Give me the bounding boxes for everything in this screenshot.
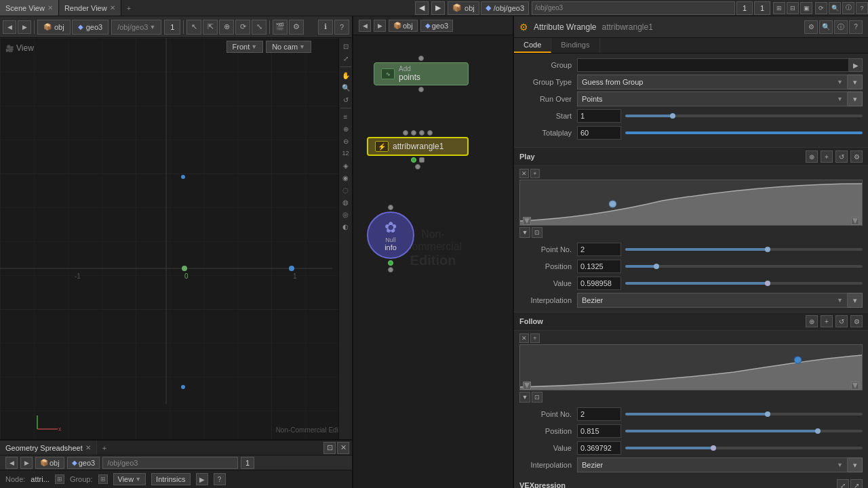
play-position-input[interactable]: 0.1325 <box>577 260 621 273</box>
geo3-path[interactable]: ◆ /obj/geo3 <box>481 1 529 15</box>
rt-btn9[interactable]: ◐ <box>340 221 351 232</box>
follow-point-slider[interactable] <box>625 413 863 415</box>
vp-geo3-btn[interactable]: ◆ geo3 <box>72 20 108 35</box>
curve2-lock-btn[interactable]: ⊡ <box>532 392 542 403</box>
rt-btn4[interactable]: ◈ <box>340 160 351 171</box>
rt-btn3[interactable]: ⊖ <box>340 136 351 146</box>
totalplay-input[interactable]: 60 <box>577 126 621 140</box>
nav-forward-btn[interactable]: ▶ <box>431 1 445 15</box>
bt-forward[interactable]: ▶ <box>20 457 33 469</box>
play-interp-dropdown-btn[interactable]: ▾ <box>848 293 863 308</box>
follow-point-input[interactable]: 2 <box>577 407 621 421</box>
curve2-left-handle[interactable] <box>523 382 531 390</box>
play-gear-btn[interactable]: ⚙ <box>850 150 863 163</box>
rt-fullscreen[interactable]: ⤢ <box>340 53 351 64</box>
vp-obj-btn[interactable]: 📦 obj <box>37 20 71 35</box>
play-curve-canvas[interactable] <box>519 180 863 226</box>
play-point-input[interactable]: 2 <box>577 243 621 256</box>
rt-rotate[interactable]: ↺ <box>340 94 351 105</box>
bottom-close-btn[interactable]: ✕ <box>337 442 349 454</box>
follow-add-btn2[interactable]: + <box>821 315 833 327</box>
number-badge[interactable]: 1 <box>736 1 753 15</box>
follow-curve-canvas[interactable] <box>519 344 863 390</box>
props-help-btn[interactable]: ? <box>849 20 863 34</box>
layout-btn1[interactable]: ⊞ <box>773 2 785 14</box>
tab-render-view[interactable]: Render View ✕ <box>59 0 121 16</box>
rt-zoom[interactable]: 🔍 <box>340 82 351 93</box>
vp-select2-btn[interactable]: ⇱ <box>203 20 218 35</box>
play-value-slider[interactable] <box>625 282 863 285</box>
curve1-expand-btn[interactable]: ▼ <box>519 227 530 238</box>
start-slider[interactable] <box>625 115 863 117</box>
follow-reset-btn[interactable]: ↺ <box>835 315 848 327</box>
follow-position-input[interactable]: 0.815 <box>577 424 621 438</box>
vex-arrow-btn[interactable]: ↗ <box>850 479 863 488</box>
curve2-right-handle[interactable] <box>851 382 859 390</box>
props-search-btn[interactable]: 🔍 <box>819 20 833 34</box>
start-input[interactable]: 1 <box>577 109 621 123</box>
help-btn[interactable]: ? <box>856 2 868 14</box>
vp-render-btn[interactable]: 🎬 <box>273 20 288 35</box>
follow-curve-minus[interactable]: ✕ <box>519 333 529 343</box>
play-value-input[interactable]: 0.598958 <box>577 277 621 290</box>
rt-btn2[interactable]: ⊕ <box>340 123 351 134</box>
geo-spreadsheet-tab[interactable]: Geometry Spreadsheet ✕ <box>0 441 97 455</box>
nocam-btn[interactable]: No cam ▼ <box>266 41 311 53</box>
run-over-select[interactable]: Points ▼ <box>577 92 848 106</box>
vp-rotate-btn[interactable]: ⟳ <box>235 20 250 35</box>
obj-path[interactable]: 📦 obj <box>448 1 479 15</box>
geo-spreadsheet-close[interactable]: ✕ <box>85 444 91 451</box>
node-null-box[interactable]: ✿ Null info <box>367 211 414 259</box>
node-add-points[interactable]: ∿ Add points <box>374 56 469 92</box>
vp-scale-btn[interactable]: ⤡ <box>252 20 267 35</box>
props-gear-btn[interactable]: ⚙ <box>804 20 818 34</box>
group-type-dropdown-btn[interactable]: ▾ <box>848 75 863 89</box>
tab-code[interactable]: Code <box>514 38 551 53</box>
curve1-lock-btn[interactable]: ⊡ <box>532 227 542 238</box>
follow-value-input[interactable]: 0.369792 <box>577 441 621 455</box>
play-interp-select[interactable]: Bezier ▼ <box>577 293 848 308</box>
rt-maximize[interactable]: ⊡ <box>340 41 351 52</box>
vp-move-btn[interactable]: ⊕ <box>219 20 234 35</box>
vp-path-input[interactable]: /obj/geo3 ▼ <box>111 20 161 35</box>
node-browse-btn[interactable]: ⊞ <box>55 474 64 484</box>
path-input[interactable]: /obj/geo3 <box>532 1 735 15</box>
play-btn[interactable]: ▶ <box>196 473 208 485</box>
bottom-tab-add[interactable]: + <box>97 441 112 455</box>
follow-curve-plus[interactable]: + <box>530 333 540 343</box>
totalplay-slider[interactable] <box>625 131 863 134</box>
props-info-btn[interactable]: ⓘ <box>834 20 848 34</box>
view-select[interactable]: View ▼ <box>113 473 146 485</box>
curve1-left-handle[interactable] <box>523 217 531 225</box>
bt-obj-path[interactable]: 📦 obj <box>35 457 64 469</box>
rt-btn5[interactable]: ◉ <box>340 172 351 183</box>
bt-path-box[interactable]: /obj/geo3 <box>102 457 238 469</box>
np-forward[interactable]: ▶ <box>374 20 386 32</box>
rt-btn6[interactable]: ◌ <box>340 184 351 195</box>
follow-position-slider[interactable] <box>625 430 863 432</box>
vp-info-btn[interactable]: ℹ <box>318 20 333 35</box>
curve1-right-handle[interactable] <box>851 217 859 225</box>
play-curve-plus[interactable]: + <box>530 169 540 178</box>
group-arrow-btn[interactable]: ▶ <box>849 58 863 72</box>
play-point-slider[interactable] <box>625 248 863 251</box>
rt-btn8[interactable]: ◎ <box>340 209 351 220</box>
tab-close-scene[interactable]: ✕ <box>47 4 53 12</box>
follow-interp-dropdown-btn[interactable]: ▾ <box>848 458 863 472</box>
vp-select-btn[interactable]: ↖ <box>186 20 201 35</box>
help-status-btn[interactable]: ? <box>214 473 226 485</box>
bt-num[interactable]: 1 <box>241 457 254 469</box>
np-geo3-path[interactable]: ◆ geo3 <box>420 20 453 32</box>
group-input[interactable] <box>577 58 849 72</box>
play-add-btn2[interactable]: + <box>821 150 833 163</box>
group-type-select[interactable]: Guess from Group ▼ <box>577 75 848 89</box>
bottom-expand-btn[interactable]: ⊡ <box>323 442 336 454</box>
rt-pan[interactable]: ✋ <box>340 70 351 81</box>
tab-add-btn[interactable]: + <box>121 4 136 12</box>
search-btn[interactable]: 🔍 <box>829 2 841 14</box>
rt-btn7[interactable]: ◍ <box>340 197 351 207</box>
bt-back[interactable]: ◀ <box>5 457 18 469</box>
follow-add-btn1[interactable]: ⊕ <box>806 315 818 327</box>
follow-interp-select[interactable]: Bezier ▼ <box>577 458 848 472</box>
np-back[interactable]: ◀ <box>359 20 371 32</box>
